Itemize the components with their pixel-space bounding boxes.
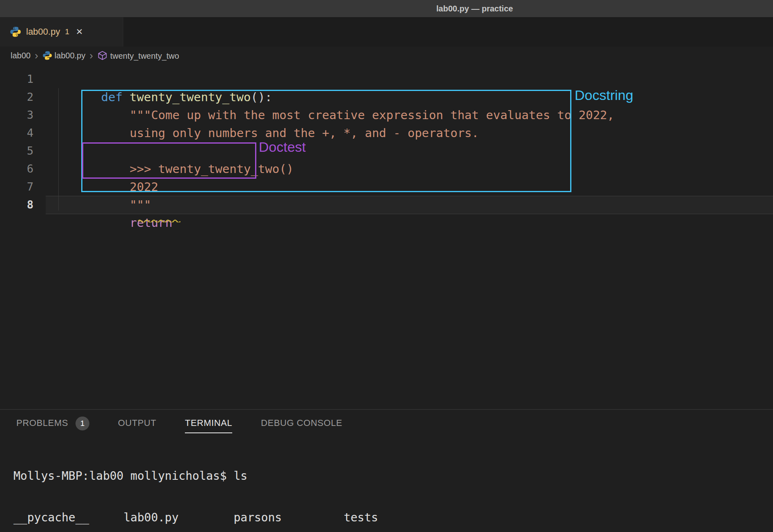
code-line[interactable]: 4: [0, 124, 773, 142]
line-number: 3: [0, 106, 33, 124]
breadcrumb-symbol-label: twenty_twenty_two: [110, 51, 179, 60]
breadcrumb-file-label: lab00.py: [55, 51, 86, 60]
line-number: 2: [0, 88, 33, 106]
line-number: 6: [0, 160, 33, 178]
line-number: 1: [0, 70, 33, 88]
python-icon: [42, 51, 52, 60]
line-number: 4: [0, 124, 33, 142]
terminal-line: __pycache__ lab00.py parsons tests: [13, 511, 773, 525]
code-line-current[interactable]: 8return: [0, 196, 773, 214]
code-line[interactable]: 2"""Come up with the most creative expre…: [0, 88, 773, 106]
code-editor[interactable]: 1def twenty_twenty_two(): 2"""Come up wi…: [0, 64, 773, 409]
panel-tab-problems[interactable]: PROBLEMS 1: [16, 418, 89, 433]
code-line[interactable]: 62022: [0, 160, 773, 178]
breadcrumb: lab00 › lab00.py › twenty_twenty_two: [0, 47, 773, 64]
code-line[interactable]: 1def twenty_twenty_two():: [0, 70, 773, 88]
tab-lab00-py[interactable]: lab00.py 1 ✕: [0, 17, 123, 47]
breadcrumb-separator-icon: ›: [35, 50, 38, 61]
panel-tab-label: OUTPUT: [118, 418, 156, 433]
tab-close-icon[interactable]: ✕: [76, 27, 83, 37]
breadcrumb-separator-icon: ›: [89, 50, 93, 61]
line-number: 5: [0, 142, 33, 160]
breadcrumb-file[interactable]: lab00.py: [42, 51, 86, 60]
tab-filename: lab00.py: [26, 27, 60, 37]
code-line[interactable]: 5>>> twenty_twenty_two(): [0, 142, 773, 160]
tab-modified-badge: 1: [65, 27, 69, 36]
panel-tab-label: DEBUG CONSOLE: [261, 418, 342, 433]
line-number: 7: [0, 178, 33, 196]
line-number: 8: [0, 196, 33, 214]
breadcrumb-folder[interactable]: lab00: [11, 51, 31, 60]
code-content[interactable]: 1def twenty_twenty_two(): 2"""Come up wi…: [0, 70, 773, 214]
editor-tabbar: lab00.py 1 ✕: [0, 17, 773, 47]
symbol-cube-icon: [97, 50, 108, 61]
panel-tab-label: TERMINAL: [185, 418, 232, 433]
window-title: lab00.py — practice: [436, 4, 513, 13]
code-line[interactable]: 3using only numbers and the +, *, and - …: [0, 106, 773, 124]
terminal-output[interactable]: Mollys-MBP:lab00 mollynicholas$ ls __pyc…: [0, 441, 773, 532]
problems-count-badge: 1: [76, 417, 89, 430]
python-icon: [10, 26, 21, 38]
terminal-line: Mollys-MBP:lab00 mollynicholas$ ls: [13, 469, 773, 483]
code-line[interactable]: 7""": [0, 178, 773, 196]
panel-tab-label: PROBLEMS: [16, 418, 68, 433]
warning-squiggle-icon: [138, 209, 180, 227]
panel-tab-debug-console[interactable]: DEBUG CONSOLE: [261, 418, 342, 433]
window-titlebar: lab00.py — practice: [0, 0, 773, 17]
breadcrumb-symbol[interactable]: twenty_twenty_two: [97, 50, 179, 61]
bottom-panel: PROBLEMS 1 OUTPUT TERMINAL DEBUG CONSOLE…: [0, 409, 773, 532]
panel-tab-terminal[interactable]: TERMINAL: [185, 418, 232, 433]
panel-tabbar: PROBLEMS 1 OUTPUT TERMINAL DEBUG CONSOLE: [0, 410, 773, 437]
panel-tab-output[interactable]: OUTPUT: [118, 418, 156, 433]
